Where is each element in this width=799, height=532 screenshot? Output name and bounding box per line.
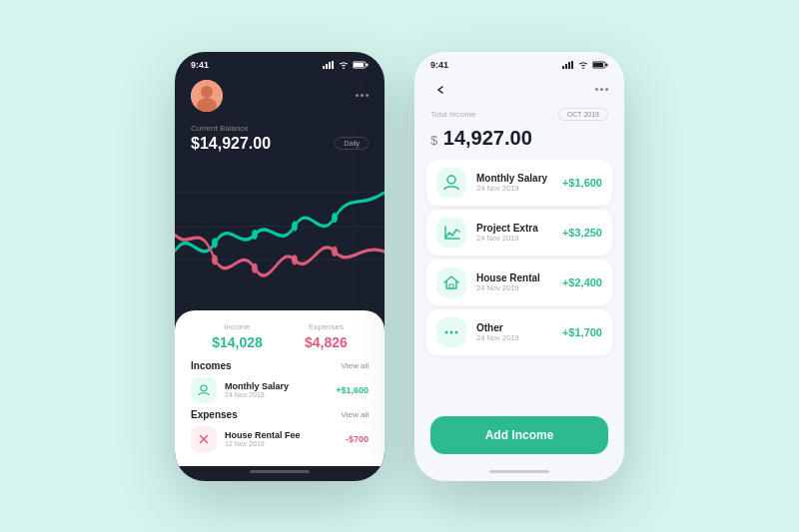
svg-point-15 <box>292 221 298 231</box>
total-amount-value: 14,927.00 <box>437 127 532 149</box>
income-item-date: 24 Nov 2019 <box>225 391 328 398</box>
home-indicator-light <box>489 470 549 473</box>
income-card-1: Monthly Salary 24 Nov 2019 +$1,600 <box>426 160 612 206</box>
svg-point-21 <box>201 385 207 391</box>
dark-header <box>175 74 385 120</box>
svg-rect-23 <box>565 64 567 69</box>
item1-name: Monthly Salary <box>476 173 552 184</box>
item1-info: Monthly Salary 24 Nov 2019 <box>476 173 552 193</box>
income-label: Income <box>212 322 263 331</box>
expense-item-date: 12 Nov 2019 <box>225 440 338 447</box>
balance-label: Current Balance <box>191 124 369 133</box>
svg-point-33 <box>455 330 458 333</box>
svg-rect-0 <box>323 66 325 69</box>
other-icon <box>436 317 466 347</box>
period-badge-light[interactable]: OCT 2019 <box>558 108 608 121</box>
stats-row: Income $14,028 Expenses $4,826 <box>191 322 369 350</box>
back-button[interactable] <box>430 80 450 100</box>
period-badge[interactable]: Daily <box>335 137 369 150</box>
item2-info: Project Extra 24 Nov 2019 <box>476 223 552 243</box>
svg-rect-25 <box>571 61 573 69</box>
status-bar-light: 9:41 <box>414 52 624 74</box>
svg-point-29 <box>447 176 455 184</box>
item1-date: 24 Nov 2019 <box>476 184 552 193</box>
svg-rect-5 <box>354 63 364 67</box>
svg-rect-22 <box>562 66 564 69</box>
income-item-info: Monthly Salary 24 Nov 2019 <box>225 381 328 398</box>
svg-rect-28 <box>606 63 608 66</box>
income-item-name: Monthly Salary <box>225 381 328 391</box>
svg-point-8 <box>201 86 213 98</box>
balance-area: Current Balance $14,927.00 Daily <box>175 120 385 159</box>
item3-info: House Rental 24 Nov 2019 <box>476 272 552 292</box>
expenses-view-all[interactable]: View all <box>342 410 369 419</box>
status-icons <box>323 61 369 69</box>
svg-point-16 <box>332 213 338 223</box>
balance-row: $14,927.00 Daily <box>191 135 369 153</box>
svg-point-19 <box>292 255 298 265</box>
total-income-amount: $ 14,927.00 <box>414 123 624 160</box>
svg-point-31 <box>445 330 448 333</box>
home-indicator <box>250 470 310 473</box>
income-item-amount: +$1,600 <box>336 385 369 395</box>
total-income-header: Total Income OCT 2019 <box>414 108 624 123</box>
svg-point-20 <box>332 246 338 256</box>
menu-dots-light[interactable] <box>595 88 608 91</box>
status-icons-light <box>562 61 608 69</box>
status-bar-dark: 9:41 <box>175 52 385 74</box>
signal-icon <box>323 61 335 69</box>
item4-amount: +$1,700 <box>562 326 602 338</box>
expenses-value: $4,826 <box>305 334 348 350</box>
item4-date: 24 Nov 2019 <box>476 333 552 342</box>
income-card-3: House Rental 24 Nov 2019 +$2,400 <box>426 260 612 305</box>
expense-item-amount: -$700 <box>346 434 369 444</box>
item3-amount: +$2,400 <box>562 276 602 288</box>
incomes-view-all[interactable]: View all <box>342 361 369 370</box>
item2-amount: +$3,250 <box>562 227 602 239</box>
svg-rect-3 <box>332 61 334 69</box>
signal-icon-light <box>562 61 574 69</box>
total-income-label: Total Income <box>430 110 475 119</box>
income-stat: Income $14,028 <box>212 322 263 350</box>
chart-area <box>175 159 385 310</box>
income-value: $14,028 <box>212 334 263 350</box>
svg-point-14 <box>252 229 258 239</box>
avatar[interactable] <box>191 80 223 112</box>
expense-item-name: House Rental Fee <box>225 430 338 440</box>
item4-info: Other 24 Nov 2019 <box>476 322 552 342</box>
light-header <box>414 74 624 108</box>
menu-dots[interactable] <box>356 94 369 97</box>
svg-rect-24 <box>568 62 570 69</box>
svg-point-32 <box>450 330 453 333</box>
income-list: Monthly Salary 24 Nov 2019 +$1,600 Proje… <box>414 160 624 408</box>
expenses-section-header: Expenses View all <box>191 409 369 420</box>
income-card-2: Project Extra 24 Nov 2019 +$3,250 <box>426 210 612 256</box>
expense-icon-small <box>191 426 217 452</box>
status-time-light: 9:41 <box>430 60 448 70</box>
svg-point-17 <box>212 255 218 265</box>
house-icon <box>436 267 466 297</box>
svg-rect-1 <box>326 64 328 69</box>
svg-rect-27 <box>593 63 603 67</box>
wifi-icon <box>339 61 349 69</box>
chart-svg <box>175 159 385 310</box>
svg-point-13 <box>212 238 218 248</box>
expense-item-info: House Rental Fee 12 Nov 2019 <box>225 430 338 447</box>
salary-icon <box>436 168 466 198</box>
income-list-item: Monthly Salary 24 Nov 2019 +$1,600 <box>191 377 369 403</box>
add-income-button[interactable]: Add Income <box>430 416 608 454</box>
income-card-4: Other 24 Nov 2019 +$1,700 <box>426 309 612 355</box>
item3-date: 24 Nov 2019 <box>476 283 552 292</box>
incomes-title: Incomes <box>191 360 232 371</box>
item2-date: 24 Nov 2019 <box>476 234 552 243</box>
svg-rect-6 <box>367 63 369 66</box>
expenses-stat: Expenses $4,826 <box>305 322 348 350</box>
salary-icon-small <box>191 377 217 403</box>
item3-name: House Rental <box>476 272 552 283</box>
balance-amount: $14,927.00 <box>191 135 271 153</box>
expense-list-item: House Rental Fee 12 Nov 2019 -$700 <box>191 426 369 452</box>
dark-card: Income $14,028 Expenses $4,826 Incomes V… <box>175 310 385 466</box>
expenses-label: Expenses <box>305 322 348 331</box>
phone-dark: 9:41 <box>175 52 385 481</box>
wifi-icon-light <box>578 61 588 69</box>
